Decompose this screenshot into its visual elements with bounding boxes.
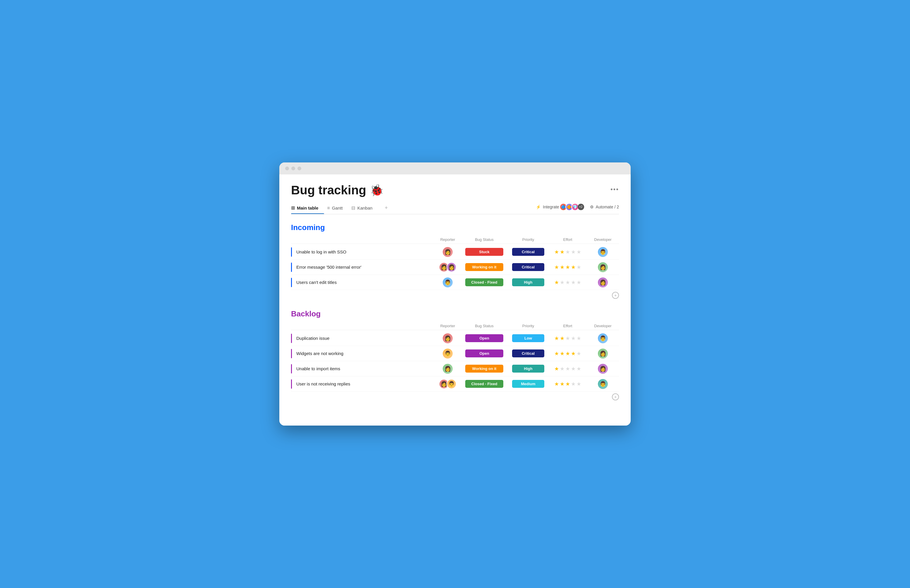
priority-badge[interactable]: Low <box>512 334 544 342</box>
star-empty[interactable]: ★ <box>577 351 581 357</box>
star-empty[interactable]: ★ <box>560 279 564 286</box>
star-filled[interactable]: ★ <box>554 351 559 357</box>
effort-cell[interactable]: ★★★★★ <box>549 335 587 342</box>
star-filled[interactable]: ★ <box>554 381 559 387</box>
effort-cell[interactable]: ★★★★★ <box>549 279 587 286</box>
automate-icon: ⚙ <box>590 205 594 209</box>
star-filled[interactable]: ★ <box>571 264 575 270</box>
star-empty[interactable]: ★ <box>566 249 570 255</box>
status-badge[interactable]: Closed - Fixed <box>465 380 503 388</box>
star-filled[interactable]: ★ <box>560 264 564 270</box>
star-filled[interactable]: ★ <box>554 335 559 342</box>
star-filled[interactable]: ★ <box>554 279 559 286</box>
star-filled[interactable]: ★ <box>566 381 570 387</box>
priority-cell[interactable]: Critical <box>508 263 549 271</box>
star-rating: ★★★★★ <box>554 381 581 387</box>
star-filled[interactable]: ★ <box>554 264 559 270</box>
automate-button[interactable]: ⚙ Automate / 2 <box>590 205 619 209</box>
status-badge[interactable]: Open <box>465 334 503 342</box>
star-rating: ★★★★★ <box>554 351 581 357</box>
star-empty[interactable]: ★ <box>577 264 581 270</box>
star-empty[interactable]: ★ <box>571 381 575 387</box>
star-empty[interactable]: ★ <box>571 249 575 255</box>
effort-cell[interactable]: ★★★★★ <box>549 381 587 387</box>
more-options-button[interactable]: ••• <box>611 186 619 193</box>
priority-badge[interactable]: High <box>512 365 544 373</box>
star-empty[interactable]: ★ <box>566 335 570 342</box>
add-column-button[interactable]: + <box>612 292 619 299</box>
star-empty[interactable]: ★ <box>560 365 564 372</box>
star-empty[interactable]: ★ <box>577 249 581 255</box>
star-filled[interactable]: ★ <box>554 365 559 372</box>
status-badge[interactable]: Open <box>465 349 503 357</box>
tab-main-table[interactable]: ⊞ Main table <box>291 202 324 214</box>
tab-gantt[interactable]: ≡ Gantt <box>327 202 348 214</box>
status-badge[interactable]: Stuck <box>465 248 503 256</box>
priority-badge[interactable]: High <box>512 278 544 286</box>
add-tab-button[interactable]: + <box>381 202 391 214</box>
status-badge[interactable]: Working on it <box>465 263 503 271</box>
star-empty[interactable]: ★ <box>571 335 575 342</box>
star-empty[interactable]: ★ <box>577 335 581 342</box>
avatar: 👨 <box>446 379 456 389</box>
star-empty[interactable]: ★ <box>566 279 570 286</box>
avatar: 👩 <box>443 247 453 257</box>
priority-badge[interactable]: Critical <box>512 349 544 357</box>
column-header-5: Developer <box>587 237 619 242</box>
status-badge[interactable]: Working on it <box>465 365 503 373</box>
star-filled[interactable]: ★ <box>566 351 570 357</box>
table-row: Widgets are not working👨OpenCritical★★★★… <box>291 346 619 361</box>
star-filled[interactable]: ★ <box>560 335 564 342</box>
priority-badge[interactable]: Critical <box>512 248 544 256</box>
star-filled[interactable]: ★ <box>560 381 564 387</box>
priority-cell[interactable]: Critical <box>508 248 549 256</box>
star-rating: ★★★★★ <box>554 365 581 372</box>
effort-cell[interactable]: ★★★★★ <box>549 351 587 357</box>
developer-cell: 👩 <box>587 349 619 359</box>
status-cell[interactable]: Working on it <box>461 263 508 271</box>
kanban-icon: ⊟ <box>351 205 355 211</box>
avatar: 👩 <box>443 364 453 374</box>
priority-cell[interactable]: High <box>508 365 549 373</box>
star-filled[interactable]: ★ <box>566 264 570 270</box>
tab-kanban[interactable]: ⊟ Kanban <box>351 202 378 214</box>
star-filled[interactable]: ★ <box>560 249 564 255</box>
table-row: Duplication issue👩OpenLow★★★★★👨 <box>291 331 619 346</box>
app-content: Bug tracking 🐞 ••• ⊞ Main table ≡ Gantt … <box>279 174 631 426</box>
star-filled[interactable]: ★ <box>571 351 575 357</box>
developer-avatar: 👩 <box>598 278 608 288</box>
priority-cell[interactable]: Critical <box>508 349 549 357</box>
priority-badge[interactable]: Medium <box>512 380 544 388</box>
column-header-0 <box>291 237 435 242</box>
star-empty[interactable]: ★ <box>577 365 581 372</box>
star-filled[interactable]: ★ <box>560 351 564 357</box>
status-cell[interactable]: Open <box>461 334 508 342</box>
effort-cell[interactable]: ★★★★★ <box>549 365 587 372</box>
star-empty[interactable]: ★ <box>577 381 581 387</box>
star-filled[interactable]: ★ <box>554 249 559 255</box>
table-row: Unable to log in with SSO👩StuckCritical★… <box>291 244 619 260</box>
star-rating: ★★★★★ <box>554 249 581 255</box>
status-cell[interactable]: Closed - Fixed <box>461 278 508 286</box>
integrate-button[interactable]: ⚡ Integrate 🔷 🔶 💎 +2 <box>536 203 584 211</box>
column-header-4: Effort <box>549 237 587 242</box>
priority-badge[interactable]: Critical <box>512 263 544 271</box>
avatar: 👨 <box>443 278 453 288</box>
priority-cell[interactable]: Low <box>508 334 549 342</box>
effort-cell[interactable]: ★★★★★ <box>549 249 587 255</box>
add-column-button[interactable]: + <box>612 393 619 401</box>
reporter-cell: 👨 <box>435 278 461 288</box>
status-badge[interactable]: Closed - Fixed <box>465 278 503 286</box>
priority-cell[interactable]: Medium <box>508 380 549 388</box>
status-cell[interactable]: Working on it <box>461 365 508 373</box>
status-cell[interactable]: Open <box>461 349 508 357</box>
status-cell[interactable]: Stuck <box>461 248 508 256</box>
star-empty[interactable]: ★ <box>566 365 570 372</box>
priority-cell[interactable]: High <box>508 278 549 286</box>
star-empty[interactable]: ★ <box>571 279 575 286</box>
star-empty[interactable]: ★ <box>577 279 581 286</box>
star-empty[interactable]: ★ <box>571 365 575 372</box>
status-cell[interactable]: Closed - Fixed <box>461 380 508 388</box>
table-row: Users can't edit titles👨Closed - FixedHi… <box>291 275 619 290</box>
effort-cell[interactable]: ★★★★★ <box>549 264 587 270</box>
